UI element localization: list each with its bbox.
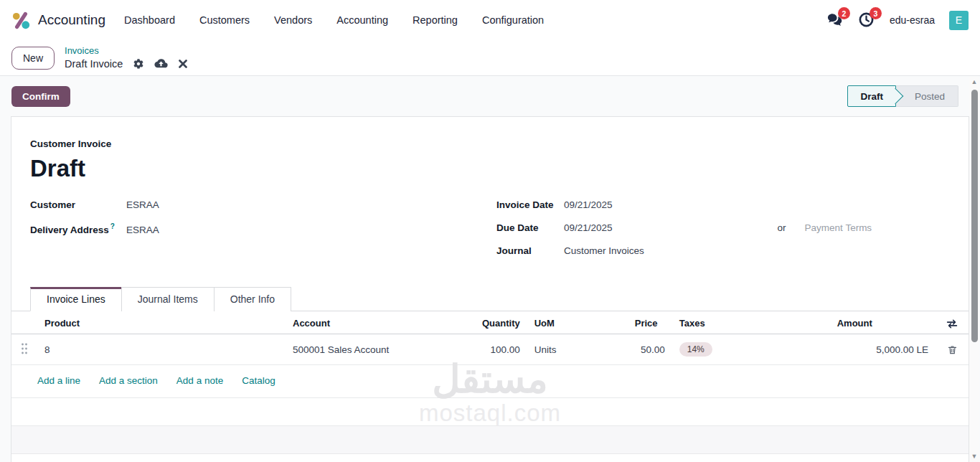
save-cloud-icon[interactable]	[154, 58, 168, 69]
add-a-note-link[interactable]: Add a note	[176, 375, 223, 386]
notebook-tabs: Invoice Lines Journal Items Other Info	[11, 287, 969, 311]
user-name[interactable]: edu-esraa	[890, 14, 935, 26]
menu-vendors[interactable]: Vendors	[274, 14, 312, 26]
document-type-label: Customer Invoice	[30, 138, 950, 149]
action-row: Confirm Draft Posted	[0, 76, 980, 116]
drag-handle[interactable]	[11, 334, 37, 365]
app-name[interactable]: Accounting	[38, 12, 105, 28]
breadcrumb: Invoices Draft Invoice	[65, 45, 187, 70]
menu-accounting[interactable]: Accounting	[336, 14, 388, 26]
main-menu: Dashboard Customers Vendors Accounting R…	[124, 14, 544, 26]
customer-field: Customer ESRAA	[30, 199, 496, 210]
invoice-date-value[interactable]: 09/21/2025	[564, 199, 613, 210]
top-navbar: Accounting Dashboard Customers Vendors A…	[0, 0, 980, 40]
col-uom[interactable]: UoM	[527, 311, 628, 334]
cell-account[interactable]: 500001 Sales Account	[286, 334, 475, 365]
discard-x-icon[interactable]	[179, 60, 187, 68]
journal-value[interactable]: Customer Invoices	[564, 245, 644, 256]
status-draft[interactable]: Draft	[847, 85, 896, 107]
optional-columns-icon[interactable]	[946, 319, 958, 329]
cell-product[interactable]: 8	[37, 334, 286, 365]
invoice-sheet: Customer Invoice Draft Customer ESRAA De…	[11, 116, 969, 462]
col-taxes[interactable]: Taxes	[672, 311, 830, 334]
statusbar: Draft Posted	[847, 85, 958, 107]
cell-taxes: 14%	[672, 334, 830, 365]
activities-badge: 3	[870, 7, 882, 19]
vertical-scrollbar: ▲ ▼	[969, 76, 979, 462]
menu-reporting[interactable]: Reporting	[413, 14, 458, 26]
col-amount[interactable]: Amount	[830, 311, 936, 334]
invoice-lines-table: Product Account Quantity UoM Price Taxes…	[11, 311, 969, 365]
menu-customers[interactable]: Customers	[199, 14, 250, 26]
invoice-line-row[interactable]: 8 500001 Sales Account 100.00 Units 50.0…	[11, 334, 969, 365]
cell-price[interactable]: 50.00	[628, 334, 672, 365]
invoice-date-label: Invoice Date	[496, 199, 564, 210]
table-footer-links: Add a line Add a section Add a note Cata…	[11, 365, 969, 398]
breadcrumb-current: Draft Invoice	[65, 57, 123, 70]
tab-invoice-lines[interactable]: Invoice Lines	[30, 287, 122, 311]
delivery-address-label: Delivery Address?	[30, 222, 126, 235]
confirm-button[interactable]: Confirm	[11, 86, 70, 107]
breadcrumb-invoices-link[interactable]: Invoices	[65, 45, 187, 57]
col-price[interactable]: Price	[628, 311, 672, 334]
delete-line-icon[interactable]	[947, 344, 958, 355]
due-date-value[interactable]: 09/21/2025	[564, 222, 613, 233]
cell-quantity[interactable]: 100.00	[475, 334, 527, 365]
delivery-address-value[interactable]: ESRAA	[126, 225, 159, 235]
messages-badge: 2	[838, 7, 850, 19]
scroll-up-arrow[interactable]: ▲	[971, 76, 978, 88]
col-quantity[interactable]: Quantity	[475, 311, 527, 334]
table-header-row: Product Account Quantity UoM Price Taxes…	[11, 311, 969, 334]
tab-other-info[interactable]: Other Info	[214, 287, 291, 311]
menu-configuration[interactable]: Configuration	[482, 14, 544, 26]
tab-journal-items[interactable]: Journal Items	[121, 287, 215, 311]
journal-label: Journal	[496, 245, 564, 256]
status-posted[interactable]: Posted	[896, 85, 958, 107]
catalog-link[interactable]: Catalog	[242, 375, 275, 386]
content-area: Confirm Draft Posted Customer Invoice Dr…	[0, 76, 980, 462]
help-question-icon[interactable]: ?	[110, 222, 115, 230]
journal-field: Journal Customer Invoices	[496, 245, 950, 256]
customer-value[interactable]: ESRAA	[126, 199, 159, 210]
customer-label: Customer	[30, 199, 126, 210]
cell-uom[interactable]: Units	[527, 334, 628, 365]
due-date-label: Due Date	[496, 222, 564, 233]
scroll-down-arrow[interactable]: ▼	[971, 451, 978, 462]
messages-button[interactable]: 2	[826, 11, 844, 29]
empty-row	[11, 398, 969, 426]
avatar[interactable]: E	[949, 11, 969, 30]
activities-button[interactable]: 3	[858, 11, 875, 29]
page-title: Draft	[30, 155, 950, 182]
due-date-field: Due Date 09/21/2025 or Payment Terms	[496, 222, 950, 233]
gear-icon[interactable]	[133, 59, 143, 69]
scrollbar-thumb[interactable]	[971, 90, 978, 342]
or-label: or	[778, 222, 786, 233]
invoice-date-field: Invoice Date 09/21/2025	[496, 199, 950, 210]
menu-dashboard[interactable]: Dashboard	[124, 14, 175, 26]
col-account[interactable]: Account	[286, 311, 475, 334]
tax-badge[interactable]: 14%	[679, 342, 712, 357]
new-button[interactable]: New	[11, 47, 55, 70]
accounting-app-icon[interactable]	[11, 11, 31, 30]
delivery-address-field: Delivery Address? ESRAA	[30, 222, 496, 235]
payment-terms-input[interactable]: Payment Terms	[805, 222, 872, 233]
control-panel: New Invoices Draft Invoice	[0, 40, 980, 76]
col-product[interactable]: Product	[37, 311, 286, 334]
add-a-line-link[interactable]: Add a line	[37, 375, 80, 386]
empty-row	[11, 426, 969, 454]
cell-amount: 5,000.00 LE	[830, 334, 936, 365]
add-a-section-link[interactable]: Add a section	[99, 375, 158, 386]
